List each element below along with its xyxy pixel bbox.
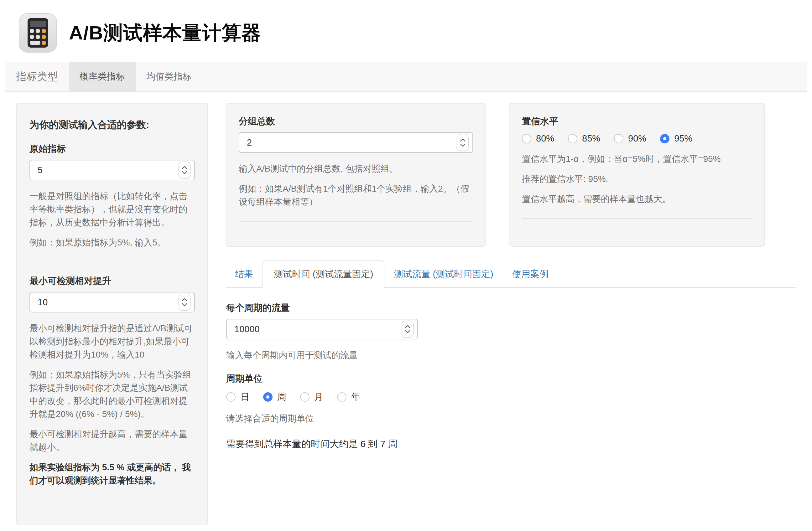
- confidence-recommended: 推荐的置信水平: 95%.: [522, 173, 752, 186]
- original-metric-example: 例如：如果原始指标为5%, 输入5。: [29, 236, 195, 249]
- mde-group: 最小可检测相对提升: [29, 275, 195, 312]
- group-count-label: 分组总数: [239, 115, 473, 128]
- confidence-80-radio[interactable]: 80%: [522, 133, 554, 144]
- period-unit-help: 请选择合适的周期单位: [226, 412, 796, 425]
- group-count-card: 分组总数 输入A/B测试中的分组总数, 包括对照组。 例如：如果A/B测试有1个…: [226, 103, 486, 247]
- group-count-input[interactable]: [239, 132, 473, 153]
- chevron-down-icon: [182, 304, 187, 306]
- confidence-85-radio[interactable]: 85%: [568, 133, 600, 144]
- chevron-up-icon: [405, 325, 410, 328]
- navbar-brand: 指标类型: [5, 62, 69, 91]
- metric-type-navbar: 指标类型 概率类指标 均值类指标: [5, 62, 807, 92]
- original-metric-label: 原始指标: [29, 143, 195, 155]
- duration-result-text: 需要得到总样本量的时间大约是 6 到 7 周: [226, 438, 796, 451]
- confidence-radio-group: 80% 85% 90% 95%: [522, 133, 752, 144]
- page-title: A/B测试样本量计算器: [69, 20, 261, 46]
- confidence-90-radio[interactable]: 90%: [614, 133, 646, 144]
- group-count-help: 输入A/B测试中的分组总数, 包括对照组。: [239, 162, 473, 175]
- navbar-tab-mean[interactable]: 均值类指标: [136, 62, 202, 91]
- period-unit-radio-group: 日 周 月 年: [226, 391, 796, 403]
- result-tabs: 结果 测试时间 (测试流量固定) 测试流量 (测试时间固定) 使用案例: [226, 261, 796, 288]
- traffic-per-period-label: 每个周期的流量: [226, 302, 796, 314]
- main-column: 分组总数 输入A/B测试中的分组总数, 包括对照组。 例如：如果A/B测试有1个…: [226, 103, 796, 451]
- unit-year-radio[interactable]: 年: [337, 391, 360, 403]
- mde-label: 最小可检测相对提升: [29, 275, 195, 287]
- confidence-95-radio[interactable]: 95%: [660, 133, 692, 144]
- divider: [29, 500, 195, 500]
- unit-month-radio[interactable]: 月: [300, 391, 323, 403]
- divider: [239, 221, 473, 222]
- mde-significance-note: 如果实验组指标为 5.5 % 或更高的话， 我们才可以观测到统计显著性结果。: [29, 461, 195, 487]
- radio-icon: [660, 134, 669, 143]
- chevron-up-icon: [182, 298, 187, 301]
- tab-test-traffic[interactable]: 测试流量 (测试时间固定): [385, 261, 503, 287]
- radio-icon: [614, 134, 623, 143]
- radio-icon: [337, 392, 347, 402]
- sidebar-heading: 为你的测试输入合适的参数:: [29, 118, 195, 132]
- main-content: 为你的测试输入合适的参数: 原始指标 一般是对照组的指标（比如转化率，点击率等概…: [5, 92, 807, 525]
- radio-icon: [263, 392, 273, 402]
- mde-example: 例如：如果原始指标为5%，只有当实验组指标提升到6%时你才决定是实施A/B测试中…: [29, 368, 195, 421]
- cards-row: 分组总数 输入A/B测试中的分组总数, 包括对照组。 例如：如果A/B测试有1个…: [226, 103, 796, 247]
- mde-note-sample: 最小可检测相对提升越高，需要的样本量就越小。: [29, 428, 195, 454]
- original-metric-group: 原始指标: [29, 143, 195, 180]
- number-stepper[interactable]: [178, 162, 190, 178]
- calculator-screen: [30, 21, 46, 27]
- tab-results[interactable]: 结果: [226, 261, 262, 287]
- tab-use-cases[interactable]: 使用案例: [503, 261, 558, 287]
- chevron-down-icon: [182, 171, 187, 174]
- traffic-per-period-input[interactable]: [226, 319, 418, 339]
- confidence-help: 置信水平为1-α，例如：当α=5%时，置信水平=95%: [522, 152, 752, 166]
- number-stepper[interactable]: [178, 294, 190, 311]
- test-duration-panel: 每个周期的流量 输入每个周期内可用于测试的流量 周期单位 日: [226, 288, 796, 451]
- unit-day-radio[interactable]: 日: [226, 391, 249, 403]
- unit-week-radio[interactable]: 周: [263, 391, 286, 403]
- tab-test-duration[interactable]: 测试时间 (测试流量固定): [262, 261, 385, 288]
- divider: [522, 218, 752, 219]
- chevron-up-icon: [460, 139, 465, 142]
- number-stepper[interactable]: [402, 321, 414, 338]
- navbar-tab-probability[interactable]: 概率类指标: [69, 62, 136, 91]
- original-metric-help: 一般是对照组的指标（比如转化率，点击率等概率类指标），也就是没有变化时的指标，从…: [29, 190, 195, 229]
- calculator-icon: [19, 13, 57, 53]
- confidence-note: 置信水平越高，需要的样本量也越大。: [522, 193, 752, 206]
- mde-input[interactable]: [29, 292, 195, 312]
- parameters-sidebar: 为你的测试输入合适的参数: 原始指标 一般是对照组的指标（比如转化率，点击率等概…: [16, 103, 208, 525]
- group-count-example: 例如：如果A/B测试有1个对照组和1个实验组，输入2。（假设每组样本量相等）: [239, 182, 473, 208]
- chevron-up-icon: [182, 166, 187, 169]
- radio-icon: [300, 392, 309, 402]
- traffic-help: 输入每个周期内可用于测试的流量: [226, 349, 796, 362]
- number-stepper[interactable]: [457, 134, 469, 151]
- confidence-level-label: 置信水平: [522, 115, 752, 128]
- app-header: A/B测试样本量计算器: [5, 5, 807, 62]
- chevron-down-icon: [405, 330, 410, 333]
- radio-icon: [522, 134, 531, 143]
- mde-help: 最小可检测相对提升指的是通过A/B测试可以检测到指标最小的相对提升,如果最小可检…: [29, 322, 195, 361]
- divider: [29, 262, 195, 262]
- original-metric-input[interactable]: [29, 160, 195, 180]
- confidence-level-card: 置信水平 80% 85% 90%: [509, 103, 765, 247]
- radio-icon: [568, 134, 577, 143]
- radio-icon: [226, 392, 235, 402]
- period-unit-label: 周期单位: [226, 372, 796, 385]
- page: A/B测试样本量计算器 指标类型 概率类指标 均值类指标 为你的测试输入合适的参…: [5, 5, 807, 525]
- chevron-down-icon: [460, 144, 465, 147]
